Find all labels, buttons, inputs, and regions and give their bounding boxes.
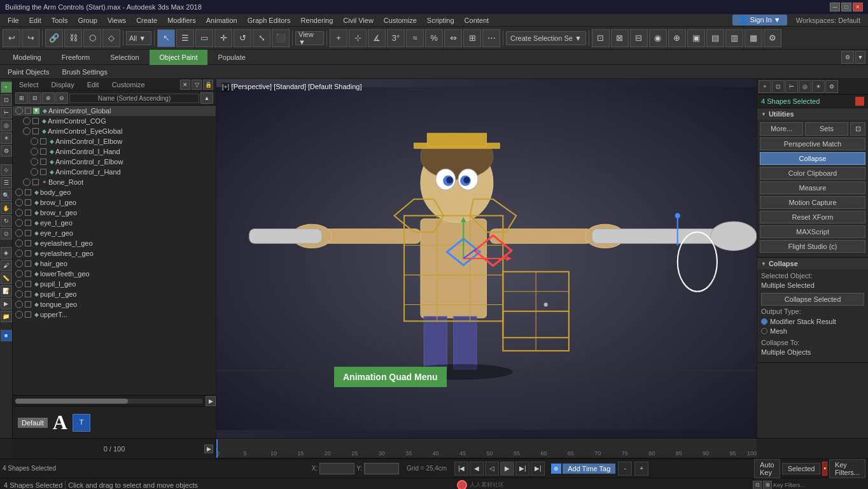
viewport[interactable]: [+] [Perspective] [Standard] [Default Sh… <box>216 79 757 438</box>
filter-dropdown[interactable]: All ▼ <box>126 31 151 45</box>
rtt-hierarchy[interactable]: ⊢ <box>785 80 798 93</box>
eye-eye-r[interactable] <box>15 229 23 237</box>
brush-settings-button[interactable]: Brush Settings <box>57 67 113 76</box>
tree-item-r-hand[interactable]: ◆ AnimControl_r_Hand <box>13 167 216 177</box>
sq-upper-teeth[interactable] <box>25 311 31 318</box>
tab-display[interactable]: Display <box>45 79 81 90</box>
tool-measure[interactable]: 📏 <box>1 273 12 284</box>
unlink-button[interactable]: ⛓ <box>64 29 82 47</box>
tool-arc-rotate[interactable]: ⊙ <box>1 228 12 239</box>
sq-body[interactable] <box>25 189 31 195</box>
tool-zoom[interactable]: 🔍 <box>1 190 12 201</box>
tree-item-hair[interactable]: ◆ hair_geo <box>13 259 216 269</box>
font-btn[interactable]: T <box>73 414 90 432</box>
edit-named[interactable]: % <box>425 29 443 47</box>
tab-freeform[interactable]: Freeform <box>52 50 101 65</box>
eye-hair[interactable] <box>15 260 23 267</box>
tab-object-paint[interactable]: Object Paint <box>150 50 208 65</box>
eye-icon-relbow[interactable] <box>31 158 38 166</box>
menu-animation[interactable]: Animation <box>201 15 242 25</box>
sets-extra-btn[interactable]: ⊡ <box>850 122 865 136</box>
tree-item-pupil-r[interactable]: ◆ pupil_r_geo <box>13 289 216 299</box>
tool-hierarchy[interactable]: ⊢ <box>1 107 12 118</box>
motion-capture-button[interactable]: Motion Capture <box>760 196 865 209</box>
menu-group[interactable]: Group <box>73 15 102 25</box>
modifier-radio-dot[interactable] <box>761 318 767 325</box>
skip-to-end[interactable]: ▶| <box>531 462 545 476</box>
snap-3d[interactable]: ⊹ <box>349 29 367 47</box>
spinner-snap[interactable]: ≈ <box>406 29 424 47</box>
shape-button[interactable]: ◇ <box>102 29 120 47</box>
menu-views[interactable]: Views <box>102 15 131 25</box>
undo-button[interactable]: ↩ <box>3 29 20 47</box>
rect-select[interactable]: ▭ <box>195 29 213 47</box>
next-frame[interactable]: ▶| <box>515 462 529 476</box>
tool-isolate[interactable]: ◈ <box>1 247 12 259</box>
eye-icon-rhand[interactable] <box>31 168 38 176</box>
tab-dropdown[interactable]: ▼ <box>855 51 865 64</box>
modifier-stack-radio[interactable]: Modifier Stack Result <box>761 318 864 325</box>
tool-snap[interactable]: ⊹ <box>1 164 12 176</box>
sq-lhand[interactable] <box>40 148 46 155</box>
tab-selection[interactable]: Selection <box>100 50 149 65</box>
tool-utilities[interactable]: ⚙ <box>1 145 12 157</box>
key-filters-button[interactable]: Key Filters... <box>829 459 865 478</box>
tool-preview[interactable]: ▶ <box>1 298 12 309</box>
sq-brow-l[interactable] <box>25 199 31 206</box>
material-editor[interactable]: ◉ <box>649 29 667 47</box>
tool-folder[interactable]: 📁 <box>1 311 12 322</box>
eye-icon-cog[interactable] <box>23 117 31 125</box>
plus-button[interactable]: + <box>330 29 347 47</box>
sq-eyelash-l[interactable] <box>25 240 31 246</box>
prev-frame[interactable]: ◀ <box>470 462 484 476</box>
close-button[interactable]: ✕ <box>853 3 863 11</box>
normal-align[interactable]: ⋯ <box>482 29 500 47</box>
tree-item-global[interactable]: ▼ ◆ AnimControl_Global <box>13 106 216 116</box>
play-back[interactable]: ◁ <box>485 462 499 476</box>
select-by-name[interactable]: ☰ <box>176 29 194 47</box>
angle-snap[interactable]: ∡ <box>368 29 386 47</box>
eye-upper-teeth[interactable] <box>15 311 23 318</box>
eye-icon[interactable] <box>15 107 23 115</box>
frame-marker[interactable] <box>216 439 218 458</box>
tool-notes[interactable]: 📝 <box>1 285 12 297</box>
tree-item-l-hand[interactable]: ◆ AnimControl_l_Hand <box>13 146 216 157</box>
tree-item-tongue[interactable]: ◆ tongue_geo <box>13 299 216 309</box>
eye-pupil-r[interactable] <box>15 290 23 298</box>
eye-body[interactable] <box>15 188 23 196</box>
menu-edit[interactable]: Edit <box>24 15 46 25</box>
sq-eye-r[interactable] <box>25 230 31 236</box>
tree-item-bone-root[interactable]: ✦ Bone_Root <box>13 177 216 187</box>
menu-file[interactable]: File <box>3 15 24 25</box>
tree-filter-button[interactable]: ⊟ <box>29 92 41 104</box>
rtt-modify[interactable]: ⊡ <box>772 80 785 93</box>
transform-gizmo[interactable]: ⬛ <box>272 29 290 47</box>
curve-editor[interactable]: ⊡ <box>592 29 610 47</box>
sign-in-button[interactable]: 👤 Sign In ▼ <box>732 15 787 25</box>
rotate-button[interactable]: ↺ <box>234 29 251 47</box>
tool-display[interactable]: ☀ <box>1 132 12 144</box>
align-button[interactable]: ⊞ <box>463 29 481 47</box>
menu-civil-view[interactable]: Civil View <box>338 15 378 25</box>
redo-button[interactable]: ↪ <box>22 29 39 47</box>
tree-item-cog[interactable]: ◆ AnimControl_COG <box>13 116 216 126</box>
tree-item-body-geo[interactable]: ◆ body_geo <box>13 187 216 197</box>
tree-item-pupil-l[interactable]: ◆ pupil_l_geo <box>13 279 216 289</box>
rtt-utils[interactable]: ⚙ <box>825 80 838 93</box>
tool-pan[interactable]: ✋ <box>1 202 12 214</box>
tree-item-eyelashes-l[interactable]: ◆ eyelashes_l_geo <box>13 238 216 248</box>
sq-rhand[interactable] <box>40 169 46 175</box>
create-selection-button[interactable]: Create Selection Se ▼ <box>506 31 586 45</box>
perspective-match-button[interactable]: Perspective Match <box>760 138 865 150</box>
lock-icon[interactable]: 🔒 <box>203 80 213 90</box>
render-prod[interactable]: ▤ <box>706 29 724 47</box>
tab-modeling[interactable]: Modeling <box>3 50 52 65</box>
color-clipboard-button[interactable]: Color Clipboard <box>760 167 865 180</box>
tree-item-brow-l[interactable]: ◆ brow_l_geo <box>13 197 216 208</box>
sq-cog[interactable] <box>32 118 39 124</box>
sets-button[interactable]: Sets <box>805 122 848 136</box>
viewport-plus-btn[interactable]: [+] <box>221 83 230 92</box>
sq-pupil-l[interactable] <box>25 281 31 287</box>
collapse-detail-header[interactable]: ▼ Collapse <box>757 258 868 269</box>
skip-to-start[interactable]: |◀ <box>454 462 468 476</box>
